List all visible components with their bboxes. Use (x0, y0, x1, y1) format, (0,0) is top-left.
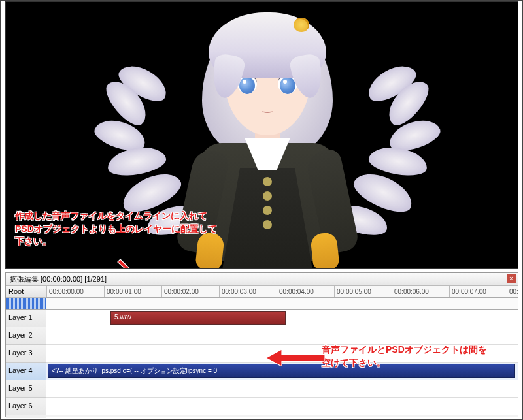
ruler-tick: 00:00:00.00 (46, 286, 104, 297)
layer-label-column: Root Layer 1 Layer 2 Layer 3 Layer 4 Lay… (6, 286, 46, 418)
ruler-tick: 00:00:05.00 (334, 286, 392, 297)
track-row-2[interactable] (46, 327, 518, 345)
layer-label-2[interactable]: Layer 2 (6, 327, 46, 345)
timeline-titlebar[interactable]: 拡張編集 [00:00:00.00] [1/291] × (6, 273, 518, 286)
ruler-tick: 00:00:04.00 (277, 286, 334, 297)
layer-label-1[interactable]: Layer 1 (6, 310, 46, 327)
ruler-tick: 00:00:08.00 (507, 286, 518, 297)
ruler-tick: 00:00:06.00 (392, 286, 449, 297)
ruler-tick: 00:00:07.00 (449, 286, 507, 297)
audio-clip[interactable]: 5.wav (110, 311, 286, 325)
ruler-tick: 00:00:01.00 (104, 286, 161, 297)
root-label[interactable]: Root (6, 286, 46, 298)
audio-ruler-row[interactable] (46, 298, 518, 310)
track-row-1[interactable]: 5.wav (46, 310, 518, 327)
time-ruler[interactable]: 00:00:00.00 00:00:01.00 00:00:02.00 00:0… (46, 286, 518, 298)
annotation-text-1: 作成した音声ファイルをタイムラインに入れてPSDオブジェクトよりも上のレイヤーに… (15, 210, 218, 248)
hair-ornament-icon (294, 18, 309, 32)
timeline-title-text: 拡張編集 [00:00:00.00] [1/291] (10, 275, 107, 283)
layer-label-4[interactable]: Layer 4 (6, 363, 46, 380)
close-button[interactable]: × (507, 274, 516, 283)
layer-label-6[interactable]: Layer 6 (6, 398, 46, 415)
track-row-6[interactable] (46, 398, 518, 415)
layer-label-3[interactable]: Layer 3 (6, 345, 46, 363)
preview-viewport[interactable]: 作成した音声ファイルをタイムラインに入れてPSDオブジェクトよりも上のレイヤーに… (5, 1, 518, 269)
layer-label-5[interactable]: Layer 5 (6, 380, 46, 398)
track-row-5[interactable] (46, 380, 518, 398)
annotation-text-2: 音声ファイルとPSDオブジェクトは間を空けて下さい。 (322, 344, 511, 369)
waveform-thumbnail[interactable] (6, 298, 46, 310)
ruler-tick: 00:00:02.00 (161, 286, 219, 297)
ruler-tick: 00:00:03.00 (219, 286, 277, 297)
